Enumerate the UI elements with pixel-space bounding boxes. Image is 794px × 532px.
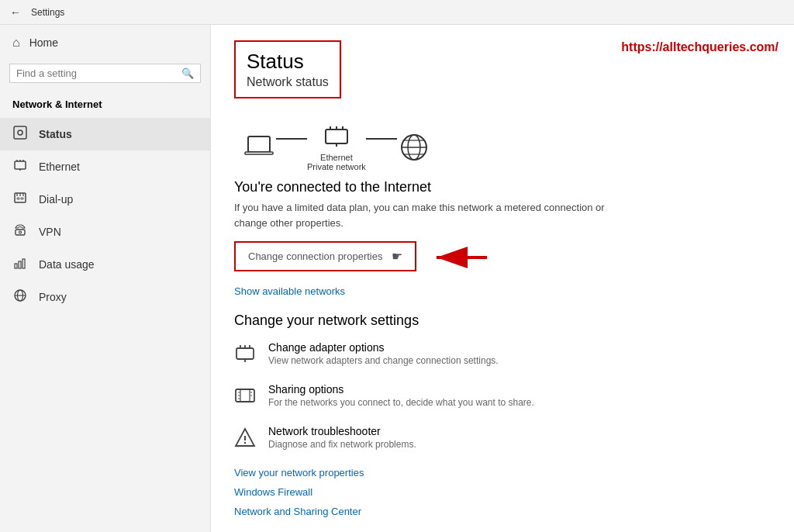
search-icon[interactable]: 🔍 (181, 67, 194, 79)
ethernet-label: Ethernet (39, 161, 80, 173)
datausage-icon (12, 256, 28, 273)
adapter-icon (234, 343, 257, 369)
search-input[interactable] (16, 67, 177, 79)
svg-rect-16 (19, 261, 21, 268)
proxy-label: Proxy (39, 291, 67, 303)
watermark: https://alltechqueries.com/ (621, 40, 778, 54)
window-title: Settings (31, 7, 64, 18)
sharing-icon (234, 385, 257, 411)
svg-rect-23 (326, 130, 347, 143)
vpn-icon (12, 223, 28, 240)
network-diagram: Ethernet Private network (242, 123, 771, 171)
windows-firewall-link[interactable]: Windows Firewall (234, 486, 771, 498)
proxy-icon (12, 288, 28, 306)
svg-rect-17 (22, 259, 25, 268)
connected-title: You're connected to the Internet (234, 179, 771, 195)
sidebar-section-title: Network & Internet (0, 92, 210, 118)
sharing-title: Sharing options (268, 383, 534, 396)
adapter-text: Change adapter options View network adap… (268, 341, 499, 366)
home-icon: ⌂ (12, 36, 20, 50)
troubleshooter-icon (234, 427, 257, 453)
ethernet-device-icon: Ethernet Private network (307, 123, 366, 171)
cursor-icon: ☛ (392, 249, 402, 264)
svg-rect-11 (17, 198, 19, 199)
status-label: Status (39, 128, 72, 140)
settings-item-troubleshooter[interactable]: Network troubleshooter Diagnose and fix … (234, 425, 771, 453)
troubleshooter-title: Network troubleshooter (268, 425, 416, 437)
sidebar-item-vpn[interactable]: VPN (0, 216, 210, 248)
ethernet-device-label: Ethernet Private network (307, 153, 366, 171)
status-icon (12, 126, 28, 143)
adapter-title: Change adapter options (268, 341, 499, 354)
main-layout: ⌂ Home 🔍 Network & Internet Status (0, 25, 794, 532)
globe-icon (397, 130, 431, 164)
show-networks-link[interactable]: Show available networks (234, 285, 771, 297)
change-connection-label: Change connection properties (248, 250, 382, 262)
svg-point-14 (19, 231, 22, 233)
troubleshooter-desc: Diagnose and fix network problems. (268, 439, 416, 450)
svg-point-49 (244, 442, 246, 444)
svg-rect-2 (15, 161, 26, 169)
svg-rect-0 (14, 126, 26, 139)
ethernet-icon (12, 158, 28, 175)
network-line-1 (276, 138, 307, 140)
vpn-label: VPN (39, 226, 61, 238)
svg-rect-35 (236, 348, 254, 359)
status-box: Status Network status (234, 40, 341, 98)
svg-rect-12 (21, 198, 23, 199)
red-arrow-annotation (429, 242, 491, 273)
sidebar-item-dialup[interactable]: Dial-up (0, 183, 210, 216)
change-connection-area: Change connection properties ☛ (234, 241, 771, 275)
svg-point-1 (18, 130, 22, 135)
status-subtitle: Network status (247, 75, 329, 89)
sidebar-item-proxy[interactable]: Proxy (0, 281, 210, 313)
dialup-icon (12, 191, 28, 208)
dialup-label: Dial-up (39, 193, 73, 206)
adapter-desc: View network adapters and change connect… (268, 355, 499, 366)
laptop-icon (242, 133, 276, 161)
svg-rect-13 (16, 230, 25, 235)
sidebar-item-status[interactable]: Status (0, 118, 210, 150)
sidebar-item-ethernet[interactable]: Ethernet (0, 150, 210, 183)
home-label: Home (29, 36, 58, 49)
connected-desc: If you have a limited data plan, you can… (234, 200, 622, 230)
back-button[interactable]: ← (9, 6, 22, 19)
change-connection-button[interactable]: Change connection properties ☛ (234, 241, 416, 271)
datausage-label: Data usage (39, 258, 95, 271)
sidebar-item-datausage[interactable]: Data usage (0, 248, 210, 281)
troubleshooter-text: Network troubleshooter Diagnose and fix … (268, 425, 416, 450)
settings-item-sharing[interactable]: Sharing options For the networks you con… (234, 383, 771, 411)
title-bar: ← Settings (0, 0, 794, 25)
sidebar-item-home[interactable]: ⌂ Home (0, 25, 210, 60)
view-network-properties-link[interactable]: View your network properties (234, 467, 771, 478)
svg-rect-21 (248, 136, 270, 152)
network-line-2 (366, 138, 397, 140)
sharing-text: Sharing options For the networks you con… (268, 383, 534, 408)
change-settings-title: Change your network settings (234, 313, 771, 329)
sharing-desc: For the networks you connect to, decide … (268, 397, 534, 408)
svg-rect-22 (245, 152, 273, 154)
settings-item-adapter[interactable]: Change adapter options View network adap… (234, 341, 771, 369)
sidebar: ⌂ Home 🔍 Network & Internet Status (0, 25, 211, 532)
search-box: 🔍 (9, 64, 201, 83)
content-area: https://alltechqueries.com/ Status Netwo… (211, 25, 794, 532)
svg-rect-15 (15, 264, 17, 268)
svg-rect-41 (240, 389, 250, 402)
network-sharing-center-link[interactable]: Network and Sharing Center (234, 506, 771, 517)
status-title: Status (247, 50, 329, 74)
